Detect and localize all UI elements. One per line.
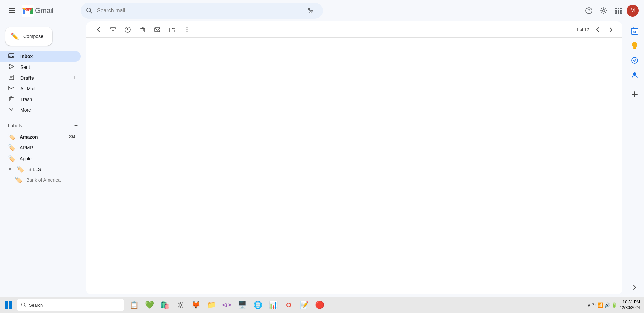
label-item-apmr[interactable]: 🏷️ APMR	[0, 142, 81, 153]
search-filter-button[interactable]	[304, 4, 317, 17]
filter-icon	[307, 7, 314, 14]
back-button[interactable]	[91, 23, 105, 36]
drafts-label: Drafts	[20, 75, 68, 81]
spam-button[interactable]	[121, 23, 135, 36]
panel-divider	[629, 85, 640, 85]
label-tag-icon-bills: 🏷️	[17, 166, 24, 173]
gear-icon	[600, 7, 607, 14]
notepad-app[interactable]: 📝	[297, 298, 311, 312]
back-icon	[95, 26, 102, 33]
clock-app[interactable]: 🌐	[250, 298, 265, 312]
chevron-down-icon: ▼	[8, 167, 12, 172]
chevron-right-icon	[608, 27, 614, 33]
svg-rect-23	[620, 12, 622, 14]
chevron-up-icon[interactable]: ∧	[587, 302, 591, 308]
sidebar-item-all-mail[interactable]: All Mail	[0, 83, 81, 94]
topbar-right: ? M	[582, 4, 639, 17]
svg-rect-29	[9, 86, 14, 90]
search-input[interactable]	[97, 8, 300, 14]
calculator-app[interactable]: 💚	[142, 298, 157, 312]
tasks-icon	[631, 56, 639, 64]
label-bills-name: BILLS	[28, 167, 75, 172]
keep-panel-button[interactable]	[628, 39, 641, 52]
add-label-button[interactable]: +	[71, 121, 81, 130]
svg-rect-18	[615, 10, 617, 12]
sidebar-item-drafts[interactable]: Drafts 1	[0, 73, 81, 83]
firefox-icon: 🦊	[191, 301, 200, 309]
taskbar-search-bar[interactable]: Search	[17, 299, 124, 311]
chevron-right-panel-icon	[631, 284, 638, 291]
file-explorer-app[interactable]: 📁	[204, 298, 219, 312]
sidebar-item-sent[interactable]: Sent	[0, 62, 81, 73]
battery-icon[interactable]: 🔋	[611, 302, 617, 308]
svg-rect-59	[634, 48, 636, 49]
opera-app[interactable]: O	[281, 298, 296, 312]
svg-line-5	[90, 12, 92, 13]
apps-button[interactable]	[612, 4, 625, 17]
opera-icon: O	[286, 301, 291, 309]
svg-point-9	[308, 8, 310, 10]
hamburger-icon	[9, 7, 15, 14]
svg-point-53	[187, 31, 188, 32]
move-to-button[interactable]	[165, 23, 179, 36]
other-app[interactable]: 🔴	[312, 298, 327, 312]
svg-rect-30	[10, 97, 13, 101]
taskbar-clock[interactable]: 10:31 PM 12/30/2024	[620, 299, 640, 311]
svg-rect-16	[618, 8, 619, 9]
compose-button[interactable]: ✏️ Compose	[5, 27, 52, 46]
right-panels: 31	[625, 21, 644, 297]
label-item-bank-of-america[interactable]: 🏷️ Bank of America	[0, 175, 81, 185]
more-label: More	[20, 107, 75, 113]
svg-rect-22	[618, 12, 619, 14]
calendar-panel-button[interactable]: 31	[628, 24, 641, 38]
sidebar-item-inbox[interactable]: Inbox	[0, 51, 81, 62]
svg-point-14	[603, 10, 605, 12]
sidebar-item-trash[interactable]: Trash	[0, 94, 81, 105]
contacts-panel-button[interactable]	[628, 69, 641, 82]
archive-button[interactable]	[106, 23, 120, 36]
search-bar[interactable]	[81, 3, 323, 19]
inbox-label: Inbox	[20, 54, 75, 59]
mark-unread-button[interactable]	[151, 23, 164, 36]
firefox-app[interactable]: 🦊	[188, 298, 203, 312]
label-amazon-count: 234	[69, 135, 75, 139]
volume-icon[interactable]: 🔊	[604, 302, 610, 308]
label-item-amazon[interactable]: 🏷️ Amazon 234	[0, 132, 81, 142]
task-manager-app[interactable]: 📊	[266, 298, 280, 312]
next-email-button[interactable]	[605, 24, 617, 36]
settings-app[interactable]	[173, 298, 188, 312]
label-item-apple[interactable]: 🏷️ Apple	[0, 153, 81, 164]
calendar-icon: 31	[631, 27, 639, 35]
label-item-bills[interactable]: ▼ 🏷️ BILLS	[0, 164, 81, 175]
add-addon-button[interactable]	[628, 88, 641, 101]
wifi-icon[interactable]: 📶	[597, 302, 603, 308]
refresh-icon[interactable]: ↻	[592, 302, 596, 308]
email-toolbar: 1 of 12	[86, 21, 622, 38]
sent-icon	[8, 63, 15, 71]
delete-button[interactable]	[136, 23, 149, 36]
sticky-notes-app[interactable]: 📋	[126, 298, 141, 312]
more-options-button[interactable]	[180, 23, 194, 36]
start-button[interactable]	[1, 298, 16, 312]
settings-button[interactable]	[597, 4, 610, 17]
drafts-count: 1	[73, 76, 75, 80]
svg-point-40	[127, 31, 128, 31]
capture-app[interactable]: 🖥️	[235, 298, 250, 312]
sticky-notes-icon: 📋	[129, 301, 139, 309]
capture-icon: 🖥️	[238, 301, 247, 309]
account-avatar-button[interactable]: M	[627, 5, 639, 17]
prev-email-button[interactable]	[592, 24, 604, 36]
label-boa-name: Bank of America	[26, 177, 75, 183]
sidebar-item-more[interactable]: More	[0, 105, 81, 116]
svg-rect-20	[620, 10, 622, 12]
other-app-icon: 🔴	[315, 301, 324, 309]
collapse-panel-button[interactable]	[628, 281, 641, 294]
menu-button[interactable]	[5, 4, 19, 17]
keep-icon	[631, 42, 639, 50]
delete-icon	[139, 26, 146, 33]
help-button[interactable]: ?	[582, 4, 596, 17]
logo-area: Gmail	[22, 5, 75, 17]
tasks-panel-button[interactable]	[628, 54, 641, 67]
store-app[interactable]: 🛍️	[157, 298, 172, 312]
code-editor-app[interactable]: </>	[219, 298, 234, 312]
